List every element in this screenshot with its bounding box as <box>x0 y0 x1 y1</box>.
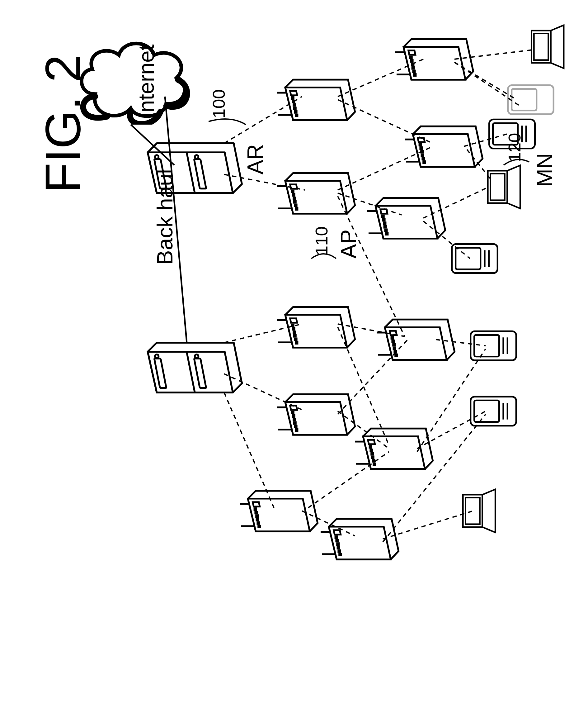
svg-line-155 <box>417 349 486 452</box>
svg-line-133 <box>224 175 305 190</box>
svg-line-153 <box>436 340 486 346</box>
svg-line-139 <box>338 146 433 190</box>
svg-line-146 <box>302 511 355 536</box>
svg-line-152 <box>423 221 470 259</box>
svg-line-131 <box>165 97 187 343</box>
svg-line-154 <box>417 411 486 448</box>
edge-layer <box>0 0 588 723</box>
svg-line-138 <box>338 100 433 143</box>
svg-line-150 <box>464 134 507 146</box>
svg-line-148 <box>455 50 532 59</box>
svg-line-134 <box>224 324 302 343</box>
svg-line-158 <box>455 62 520 106</box>
svg-line-157 <box>383 414 486 542</box>
svg-line-136 <box>224 393 274 508</box>
svg-line-151 <box>423 187 489 218</box>
svg-line-141 <box>338 196 405 337</box>
svg-line-135 <box>224 374 305 411</box>
svg-line-147 <box>308 452 389 508</box>
svg-line-137 <box>338 59 423 97</box>
svg-line-132 <box>224 97 302 143</box>
svg-line-140 <box>338 193 402 215</box>
svg-line-159 <box>467 149 492 181</box>
svg-line-144 <box>338 411 389 448</box>
svg-line-156 <box>383 511 473 539</box>
svg-line-143 <box>338 327 389 445</box>
diagram-stage: FIG. 2 Internet 100 AR Back haul <box>0 0 588 723</box>
svg-line-142 <box>338 324 405 337</box>
